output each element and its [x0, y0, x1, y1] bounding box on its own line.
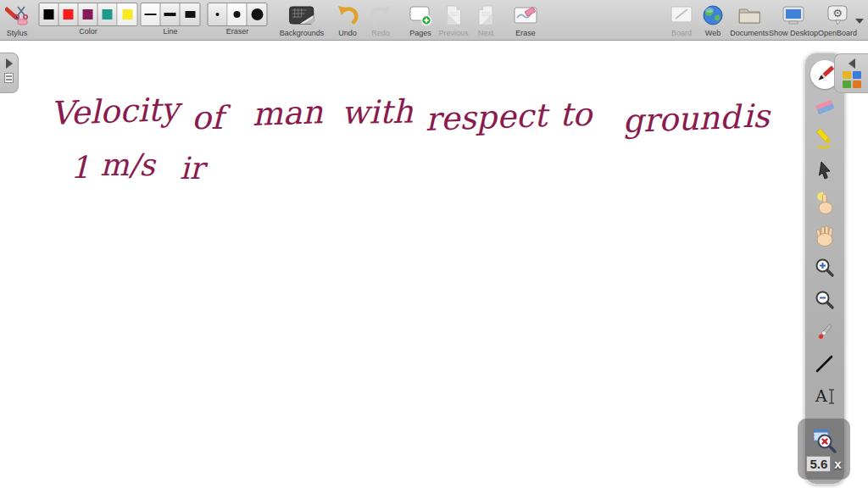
zoom-indicator-overlay: 5.6 x: [798, 419, 850, 480]
redo-button: Redo: [370, 3, 392, 37]
library-items-icon: [843, 71, 861, 88]
line-thin-button[interactable]: [142, 3, 161, 25]
ink-word: is: [743, 97, 771, 135]
zoom-in-tool-button[interactable]: [809, 252, 841, 284]
laser-pointer-icon: [814, 321, 836, 343]
zoom-suffix: x: [834, 457, 841, 471]
erase-button[interactable]: Erase: [513, 3, 538, 37]
previous-button: Previous: [438, 3, 468, 37]
undo-button[interactable]: Undo: [337, 3, 359, 37]
undo-label: Undo: [338, 29, 357, 37]
restore-zoom-icon[interactable]: [810, 427, 837, 454]
pointer-tool-button[interactable]: [809, 187, 841, 219]
highlighter-tool-button[interactable]: [809, 123, 841, 155]
eraser-tool-button[interactable]: [809, 91, 841, 123]
erase-label: Erase: [515, 29, 536, 37]
zoom-value[interactable]: 5.6: [806, 456, 831, 472]
line-thick-button[interactable]: [181, 3, 200, 25]
left-drawer-tab[interactable]: [0, 53, 19, 93]
color-group: Color: [39, 3, 138, 36]
board-label: Board: [671, 29, 692, 37]
pages-button[interactable]: Pages: [409, 3, 432, 37]
ink-word: 1: [70, 150, 90, 185]
svg-text:⚙: ⚙: [832, 7, 843, 19]
color-swatch-yellow[interactable]: [118, 3, 137, 25]
previous-page-icon: [444, 3, 463, 28]
stylus-button[interactable]: Stylus: [5, 3, 29, 37]
eraser-size-row: [208, 3, 268, 26]
web-label: Web: [705, 29, 721, 37]
laser-pointer-tool-button[interactable]: [809, 316, 841, 348]
eraser-icon: [814, 96, 836, 118]
board-icon: [670, 3, 693, 28]
library-drawer-tab[interactable]: [834, 53, 868, 93]
color-swatch-teal[interactable]: [98, 3, 118, 25]
eraser-small-button[interactable]: [209, 3, 228, 25]
hand-icon: [814, 224, 836, 247]
pointing-finger-icon: [814, 191, 836, 215]
undo-icon: [337, 3, 359, 28]
black-swatch-icon: [44, 9, 54, 19]
documents-button[interactable]: Documents: [730, 3, 769, 37]
ink-word: m/s: [100, 147, 157, 182]
selector-tool-button[interactable]: [809, 155, 841, 187]
openboard-label: OpenBoard: [818, 29, 857, 37]
zoom-out-icon: [814, 289, 836, 311]
ink-word: Velocity: [50, 91, 185, 132]
svg-text:A: A: [815, 386, 827, 405]
documents-folder-icon: [737, 3, 762, 28]
eraser-label: Eraser: [226, 27, 249, 36]
openboard-menu-button[interactable]: ⚙ OpenBoard: [818, 3, 857, 37]
cursor-arrow-icon: [815, 160, 835, 182]
stylus-icon: [5, 3, 29, 28]
stylus-label: Stylus: [7, 29, 28, 37]
eraser-medium-button[interactable]: [228, 3, 248, 25]
highlighter-icon: [814, 128, 836, 150]
yellow-swatch-icon: [122, 9, 132, 19]
color-swatch-purple[interactable]: [79, 3, 98, 25]
redo-label: Redo: [371, 29, 390, 37]
backgrounds-icon: [288, 3, 315, 28]
line-icon: [814, 353, 836, 375]
line-medium-button[interactable]: [161, 3, 181, 25]
show-desktop-button[interactable]: Show Desktop: [769, 3, 818, 37]
board-button: Board: [670, 3, 693, 37]
zoom-level-indicator: 5.6 x: [806, 456, 841, 472]
color-swatch-black[interactable]: [40, 3, 59, 25]
pan-tool-button[interactable]: [809, 219, 841, 252]
text-tool-icon: A: [813, 385, 837, 408]
expand-right-arrow-icon: [6, 58, 13, 69]
backgrounds-button[interactable]: Backgrounds: [280, 3, 325, 37]
top-toolbar: Stylus Color Line Eraser: [0, 0, 868, 41]
ink-word: with: [341, 93, 414, 131]
ink-word: man: [252, 93, 324, 133]
show-desktop-label: Show Desktop: [769, 29, 818, 37]
pages-icon: [409, 3, 432, 28]
ink-word: to: [559, 96, 593, 133]
line-tool-button[interactable]: [809, 348, 841, 380]
ink-word: respect: [425, 97, 551, 138]
zoom-out-tool-button[interactable]: [809, 284, 841, 316]
pages-label: Pages: [409, 29, 431, 37]
pen-icon: [814, 64, 836, 86]
web-button[interactable]: Web: [702, 3, 724, 37]
page-thumbnail-icon: [4, 73, 14, 83]
expand-left-arrow-icon: [849, 58, 855, 69]
line-label: Line: [163, 27, 177, 36]
text-tool-button[interactable]: A: [809, 380, 841, 413]
color-swatch-red[interactable]: [59, 3, 79, 25]
documents-label: Documents: [730, 29, 769, 37]
erase-icon: [513, 3, 538, 28]
next-page-icon: [476, 3, 495, 28]
eraser-group: Eraser: [208, 3, 268, 36]
purple-swatch-icon: [83, 9, 93, 19]
eraser-large-button[interactable]: [248, 3, 267, 25]
next-button: Next: [476, 3, 495, 37]
handwriting-ink: Velocity of man with respect to ground i…: [0, 0, 868, 488]
line-width-row: [141, 3, 201, 26]
ink-word: of: [192, 99, 231, 136]
backgrounds-label: Backgrounds: [280, 29, 325, 37]
toolbar-overflow-arrow-icon[interactable]: [855, 19, 864, 24]
redo-icon: [370, 3, 392, 28]
zoom-in-icon: [814, 257, 836, 279]
